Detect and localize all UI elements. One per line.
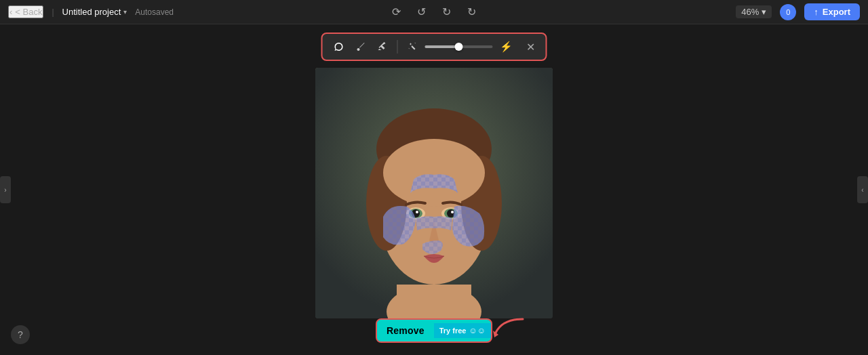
svg-rect-7 bbox=[397, 285, 471, 318]
header: ‹ < Back | Untitled project ▾ Autosaved … bbox=[0, 0, 868, 24]
export-button[interactable]: ↑ Export bbox=[804, 3, 860, 20]
badge-icon: ☺☺ bbox=[469, 326, 486, 335]
remove-label: Remove bbox=[377, 320, 434, 341]
notification-count: 0 bbox=[786, 8, 790, 16]
slider-thumb[interactable] bbox=[455, 43, 463, 51]
remove-button-container: Remove Try free ☺☺ bbox=[376, 318, 492, 343]
zoom-value: 46% bbox=[741, 7, 759, 17]
help-button[interactable]: ? bbox=[11, 325, 30, 344]
lasso-tool-button[interactable] bbox=[330, 39, 349, 55]
brush-size-control bbox=[425, 45, 493, 48]
back-button[interactable]: ‹ < Back bbox=[8, 5, 43, 18]
header-right: 46% ▾ 0 ↑ Export bbox=[736, 3, 860, 20]
image-container: Remove Try free ☺☺ bbox=[315, 68, 553, 318]
header-center-actions: ⟳ ↺ ↻ ↻ bbox=[389, 3, 479, 21]
reload-button[interactable]: ↻ bbox=[465, 3, 479, 21]
magic-tool-button[interactable] bbox=[403, 39, 422, 55]
arrow-indicator bbox=[489, 316, 530, 343]
autosaved-status: Autosaved bbox=[135, 7, 174, 17]
project-title: Untitled project bbox=[62, 7, 121, 17]
try-free-badge: Try free ☺☺ bbox=[434, 323, 491, 338]
project-name-container: Untitled project ▾ bbox=[62, 7, 127, 17]
slider-fill bbox=[425, 45, 459, 48]
export-arrow-icon: ↑ bbox=[814, 7, 818, 17]
refresh-alt-button[interactable]: ⟳ bbox=[389, 3, 403, 21]
redo-button[interactable]: ↻ bbox=[439, 3, 454, 21]
main-canvas-area: › ‹ bbox=[0, 24, 868, 355]
toolbar-close-button[interactable]: ✕ bbox=[522, 39, 539, 55]
left-panel-toggle[interactable]: › bbox=[0, 176, 11, 203]
zoom-chevron-icon: ▾ bbox=[762, 7, 766, 17]
brush-tool-button[interactable] bbox=[351, 39, 370, 55]
portrait-image bbox=[315, 68, 553, 318]
flash-tool-button[interactable]: ⚡ bbox=[496, 38, 517, 56]
right-panel-toggle[interactable]: ‹ bbox=[857, 176, 868, 203]
svg-point-16 bbox=[416, 211, 418, 213]
svg-point-20 bbox=[451, 211, 454, 213]
help-icon: ? bbox=[18, 329, 23, 340]
back-chevron-icon: ‹ bbox=[9, 7, 12, 17]
eraser-tool-button[interactable] bbox=[373, 39, 392, 55]
toolbar-divider bbox=[397, 40, 398, 54]
export-label: Export bbox=[823, 7, 850, 17]
undo-button[interactable]: ↺ bbox=[414, 3, 429, 21]
portrait-background bbox=[315, 68, 553, 318]
editing-toolbar: ⚡ ✕ bbox=[321, 33, 547, 61]
notification-button[interactable]: 0 bbox=[780, 4, 796, 20]
header-left: ‹ < Back | Untitled project ▾ Autosaved bbox=[8, 5, 174, 18]
svg-point-12 bbox=[383, 139, 485, 207]
remove-button[interactable]: Remove Try free ☺☺ bbox=[376, 318, 492, 343]
slider-track[interactable] bbox=[425, 45, 493, 48]
zoom-control[interactable]: 46% ▾ bbox=[736, 5, 772, 18]
chevron-down-icon[interactable]: ▾ bbox=[123, 8, 127, 16]
try-free-label: Try free bbox=[439, 327, 467, 335]
back-label: < Back bbox=[15, 7, 42, 17]
